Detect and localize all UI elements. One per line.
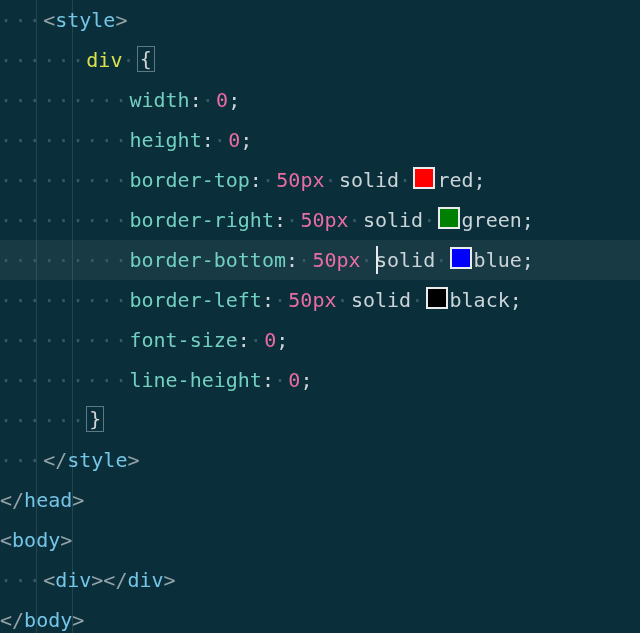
css-property: font-size — [129, 328, 237, 352]
color-swatch-icon — [426, 287, 448, 309]
color-swatch-icon — [438, 207, 460, 229]
code-line[interactable]: ·········border-left:·50px·solid·black; — [0, 280, 640, 320]
whitespace: ······ — [0, 48, 86, 72]
code-line[interactable]: ···<style> — [0, 0, 640, 40]
css-selector: div — [86, 48, 122, 72]
whitespace: ··· — [0, 8, 43, 32]
css-property: height — [129, 128, 201, 152]
code-line[interactable]: </body> — [0, 600, 640, 633]
css-property: border-bottom — [129, 248, 286, 272]
css-property: border-top — [129, 168, 249, 192]
code-line[interactable]: ······} — [0, 400, 640, 440]
code-line[interactable]: ·········height:·0; — [0, 120, 640, 160]
color-swatch-icon — [450, 247, 472, 269]
code-line[interactable]: ···</style> — [0, 440, 640, 480]
css-color: black — [450, 288, 510, 312]
css-property: border-left — [129, 288, 261, 312]
css-color: red — [437, 168, 473, 192]
code-line[interactable]: ·········width:·0; — [0, 80, 640, 120]
css-color: green — [462, 208, 522, 232]
code-line[interactable]: ·········font-size:·0; — [0, 320, 640, 360]
tag-body-open: body — [12, 528, 60, 552]
code-line[interactable]: ·········line-height:·0; — [0, 360, 640, 400]
code-line[interactable]: ···<div></div> — [0, 560, 640, 600]
css-property: line-height — [129, 368, 261, 392]
tag-div-close: div — [127, 568, 163, 592]
color-swatch-icon — [413, 167, 435, 189]
tag-style-open: style — [55, 8, 115, 32]
tag-style-close: style — [67, 448, 127, 472]
tag-body-close: body — [24, 608, 72, 632]
code-line[interactable]: <body> — [0, 520, 640, 560]
code-line[interactable]: ·········border-top:·50px·solid·red; — [0, 160, 640, 200]
tag-head-close: head — [24, 488, 72, 512]
code-line[interactable]: ······div·{ — [0, 40, 640, 80]
code-line[interactable]: ·········border-right:·50px·solid·green; — [0, 200, 640, 240]
css-value: 0 — [216, 88, 228, 112]
tag-div-open: div — [55, 568, 91, 592]
css-property: width — [129, 88, 189, 112]
css-value: 0 — [228, 128, 240, 152]
code-line-active[interactable]: ·········border-bottom:·50px·solid·blue; — [0, 240, 640, 280]
css-property: border-right — [129, 208, 274, 232]
css-value: 0 — [264, 328, 276, 352]
css-value: 0 — [288, 368, 300, 392]
code-editor[interactable]: ···<style> ······div·{ ·········width:·0… — [0, 0, 640, 633]
code-line[interactable]: </head> — [0, 480, 640, 520]
text-cursor — [376, 246, 378, 274]
brace-open: { — [137, 46, 155, 72]
brace-close: } — [86, 406, 104, 432]
css-color: blue — [474, 248, 522, 272]
